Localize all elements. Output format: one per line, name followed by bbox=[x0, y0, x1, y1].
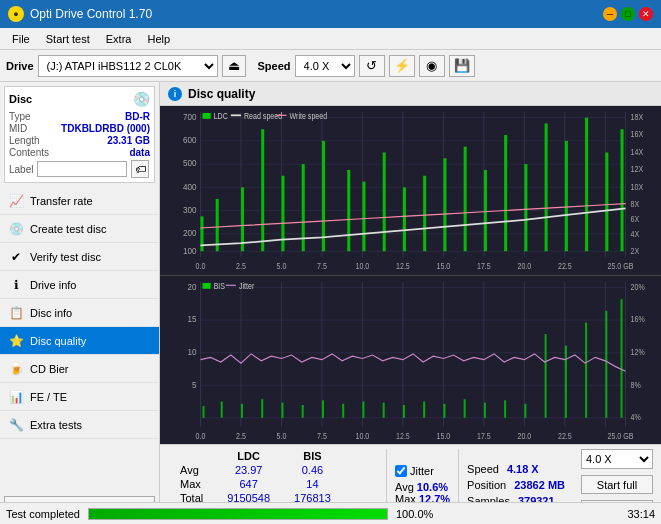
eject-button[interactable]: ⏏ bbox=[222, 55, 246, 77]
sidebar-item-label: Drive info bbox=[30, 279, 76, 291]
disc-label-button[interactable]: 🏷 bbox=[131, 160, 149, 178]
sidebar-item-cd-bier[interactable]: 🍺 CD Bier bbox=[0, 355, 159, 383]
progress-bar-fill bbox=[89, 509, 387, 519]
disc-label-key: Label bbox=[9, 164, 33, 175]
svg-text:14X: 14X bbox=[631, 147, 644, 157]
svg-text:20.0: 20.0 bbox=[517, 261, 531, 271]
row-max-bis: 14 bbox=[282, 477, 343, 491]
svg-text:16%: 16% bbox=[631, 315, 645, 325]
menu-help[interactable]: Help bbox=[139, 31, 178, 47]
svg-text:22.5: 22.5 bbox=[558, 261, 572, 271]
svg-rect-102 bbox=[383, 402, 385, 417]
sidebar-item-disc-info[interactable]: 📋 Disc info bbox=[0, 299, 159, 327]
menu-file[interactable]: File bbox=[4, 31, 38, 47]
sidebar-item-label: Disc info bbox=[30, 307, 72, 319]
row-avg-ldc: 23.97 bbox=[215, 463, 282, 477]
svg-text:17.5: 17.5 bbox=[477, 431, 491, 441]
svg-text:BIS: BIS bbox=[214, 281, 225, 291]
svg-text:100: 100 bbox=[183, 245, 197, 256]
disc-type-value: BD-R bbox=[125, 111, 150, 122]
sidebar-item-transfer-rate[interactable]: 📈 Transfer rate bbox=[0, 187, 159, 215]
stats-speed-select[interactable]: 4.0 X bbox=[581, 449, 653, 469]
svg-text:5.0: 5.0 bbox=[277, 431, 287, 441]
svg-text:18X: 18X bbox=[631, 112, 644, 122]
status-percent: 100.0% bbox=[396, 508, 433, 520]
jitter-checkbox[interactable] bbox=[395, 465, 407, 477]
app-icon: ● bbox=[8, 6, 24, 22]
svg-rect-38 bbox=[565, 141, 568, 251]
svg-text:15.0: 15.0 bbox=[437, 431, 451, 441]
svg-rect-110 bbox=[545, 334, 547, 418]
svg-text:12.5: 12.5 bbox=[396, 261, 410, 271]
svg-rect-39 bbox=[585, 118, 588, 252]
sidebar-item-fe-te[interactable]: 📊 FE / TE bbox=[0, 383, 159, 411]
svg-text:10: 10 bbox=[187, 346, 196, 357]
progress-bar bbox=[88, 508, 388, 520]
save-button[interactable]: 💾 bbox=[449, 55, 475, 77]
disc-panel-title: Disc bbox=[9, 93, 32, 105]
drive-info-icon: ℹ bbox=[8, 277, 24, 293]
svg-text:25.0 GB: 25.0 GB bbox=[608, 261, 634, 271]
svg-rect-30 bbox=[403, 187, 406, 251]
menu-extra[interactable]: Extra bbox=[98, 31, 140, 47]
svg-text:0.0: 0.0 bbox=[196, 431, 206, 441]
menu-start-test[interactable]: Start test bbox=[38, 31, 98, 47]
svg-rect-101 bbox=[362, 401, 364, 417]
jitter-avg-label: Avg bbox=[395, 481, 417, 493]
svg-text:Jitter: Jitter bbox=[239, 281, 255, 291]
disc-mid-label: MID bbox=[9, 123, 27, 134]
svg-rect-27 bbox=[347, 170, 350, 251]
svg-rect-69 bbox=[203, 113, 211, 119]
svg-text:5.0: 5.0 bbox=[277, 261, 287, 271]
sidebar-item-label: Extra tests bbox=[30, 419, 82, 431]
refresh-button[interactable]: ↺ bbox=[359, 55, 385, 77]
svg-text:10X: 10X bbox=[631, 182, 644, 192]
speed-select[interactable]: 4.0 X bbox=[295, 55, 355, 77]
sidebar-item-drive-info[interactable]: ℹ Drive info bbox=[0, 271, 159, 299]
svg-rect-109 bbox=[524, 403, 526, 417]
disc-length-row: Length 23.31 GB bbox=[9, 135, 150, 146]
svg-rect-94 bbox=[221, 401, 223, 417]
status-text: Test completed bbox=[6, 508, 80, 520]
drive-select[interactable]: (J:) ATAPI iHBS112 2 CL0K bbox=[38, 55, 218, 77]
svg-rect-22 bbox=[241, 187, 244, 251]
svg-rect-26 bbox=[322, 141, 325, 251]
flash-button[interactable]: ⚡ bbox=[389, 55, 415, 77]
svg-text:25.0 GB: 25.0 GB bbox=[608, 431, 634, 441]
svg-text:700: 700 bbox=[183, 111, 197, 122]
svg-text:2.5: 2.5 bbox=[236, 261, 246, 271]
disc-contents-value: data bbox=[129, 147, 150, 158]
close-button[interactable]: ✕ bbox=[639, 7, 653, 21]
minimize-button[interactable]: ─ bbox=[603, 7, 617, 21]
svg-rect-37 bbox=[545, 123, 548, 251]
svg-rect-107 bbox=[484, 402, 486, 417]
jitter-avg-val: 10.6% bbox=[417, 481, 448, 493]
sidebar-item-disc-quality[interactable]: ⭐ Disc quality bbox=[0, 327, 159, 355]
svg-text:20.0: 20.0 bbox=[517, 431, 531, 441]
verify-test-disc-icon: ✔ bbox=[8, 249, 24, 265]
speed-label: Speed bbox=[467, 463, 499, 475]
disc-panel: Disc 💿 Type BD-R MID TDKBLDRBD (000) Len… bbox=[4, 86, 155, 183]
svg-text:400: 400 bbox=[183, 181, 197, 192]
svg-text:7.5: 7.5 bbox=[317, 431, 327, 441]
sidebar-item-verify-test-disc[interactable]: ✔ Verify test disc bbox=[0, 243, 159, 271]
svg-rect-100 bbox=[342, 403, 344, 417]
sidebar: Disc 💿 Type BD-R MID TDKBLDRBD (000) Len… bbox=[0, 82, 160, 524]
table-row: Max 647 14 bbox=[168, 477, 343, 491]
svg-text:20: 20 bbox=[187, 281, 196, 292]
maximize-button[interactable]: □ bbox=[621, 7, 635, 21]
sidebar-item-extra-tests[interactable]: 🔧 Extra tests bbox=[0, 411, 159, 439]
disc-label-row: Label 🏷 bbox=[9, 160, 150, 178]
ldc-chart: 700 600 500 400 300 200 100 18X 16X 14X … bbox=[160, 106, 661, 276]
svg-text:10.0: 10.0 bbox=[356, 261, 370, 271]
sidebar-item-create-test-disc[interactable]: 💿 Create test disc bbox=[0, 215, 159, 243]
disc-mid-value: TDKBLDRBD (000) bbox=[61, 123, 150, 134]
position-val: 23862 MB bbox=[514, 479, 565, 491]
start-full-button[interactable]: Start full bbox=[581, 475, 653, 495]
disc-label-input[interactable] bbox=[37, 161, 127, 177]
svg-text:12%: 12% bbox=[631, 347, 645, 357]
record-button[interactable]: ◉ bbox=[419, 55, 445, 77]
speed-label: Speed bbox=[258, 60, 291, 72]
svg-rect-112 bbox=[585, 322, 587, 417]
col-ldc: LDC bbox=[215, 449, 282, 463]
